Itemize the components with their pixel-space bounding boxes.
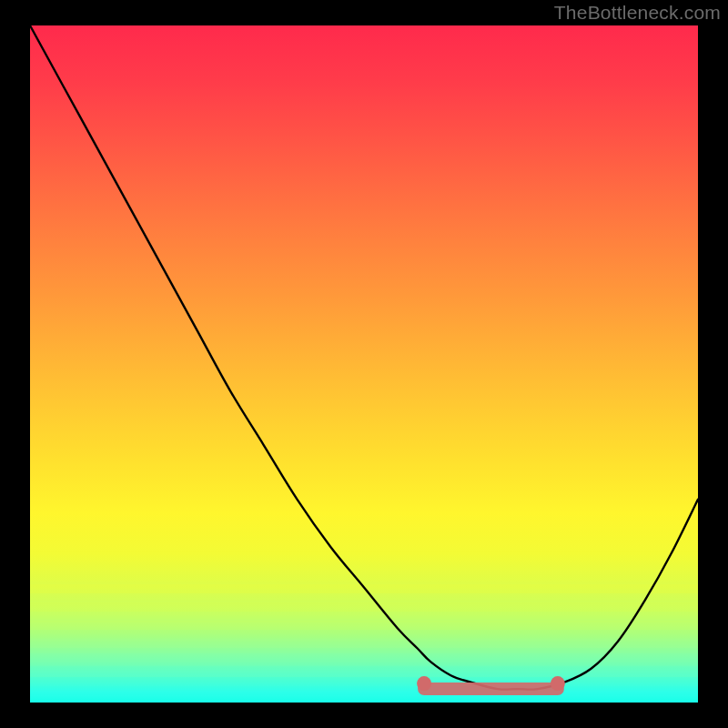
optimal-zone-start-dot xyxy=(417,676,431,691)
plot-area xyxy=(30,25,698,703)
optimal-zone-end-dot xyxy=(551,676,565,691)
chart-container: { "watermark": "TheBottleneck.com", "cha… xyxy=(0,0,728,728)
curve-svg xyxy=(30,25,698,703)
bottleneck-curve xyxy=(30,25,698,690)
watermark-label: TheBottleneck.com xyxy=(554,2,721,24)
